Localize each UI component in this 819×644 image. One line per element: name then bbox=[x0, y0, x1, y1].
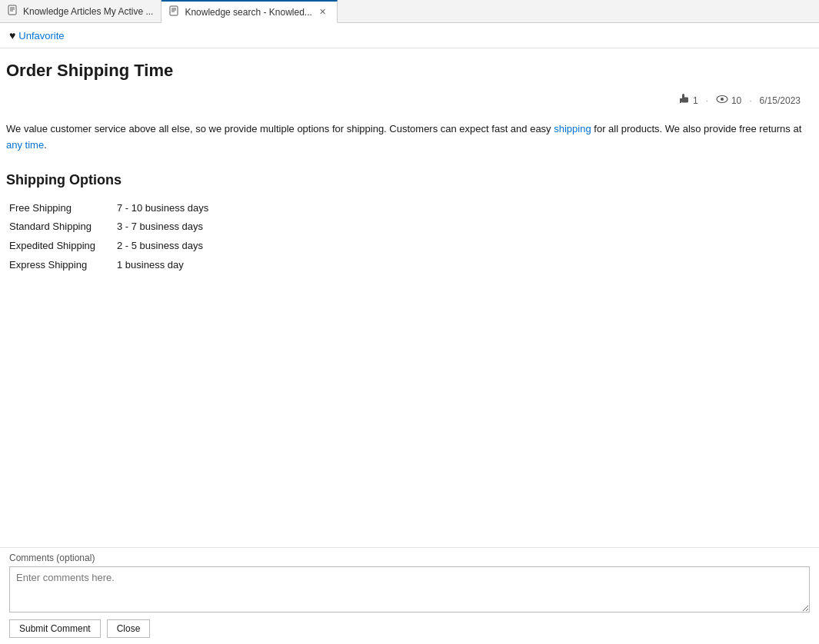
article-body: We value customer service above all else… bbox=[6, 121, 804, 154]
shipping-name-1: Standard Shipping bbox=[9, 217, 117, 237]
article-title: Order Shipping Time bbox=[6, 61, 804, 81]
tab-close-button[interactable]: ✕ bbox=[317, 6, 329, 18]
article-date: 6/15/2023 bbox=[760, 95, 801, 106]
page-icon bbox=[8, 5, 18, 18]
shipping-time-2: 2 - 5 business days bbox=[117, 237, 203, 256]
article-content: Order Shipping Time 1 · 10 · 6/15/2023 bbox=[0, 48, 819, 274]
shipping-time-1: 3 - 7 business days bbox=[117, 217, 203, 237]
svg-rect-4 bbox=[170, 6, 178, 15]
shipping-time-3: 1 business day bbox=[117, 256, 184, 275]
unfavorite-label: Unfavorite bbox=[18, 30, 64, 41]
view-value: 10 bbox=[731, 95, 741, 106]
table-row: Expedited Shipping 2 - 5 business days bbox=[9, 237, 804, 256]
any-time-link[interactable]: any time bbox=[6, 139, 44, 151]
search-tab-icon bbox=[169, 5, 180, 18]
shipping-name-0: Free Shipping bbox=[9, 199, 117, 218]
tab-bar: Knowledge Articles My Active ... Knowled… bbox=[0, 0, 819, 23]
shipping-options-table: Free Shipping 7 - 10 business days Stand… bbox=[9, 199, 804, 275]
eye-icon bbox=[716, 93, 728, 108]
tab-knowledge-search[interactable]: Knowledge search - Knowled... ✕ bbox=[161, 0, 337, 23]
dot-separator-1: · bbox=[706, 95, 708, 106]
svg-rect-0 bbox=[8, 5, 16, 15]
table-row: Standard Shipping 3 - 7 business days bbox=[9, 217, 804, 237]
unfavorite-button[interactable]: ♥ Unfavorite bbox=[9, 29, 65, 41]
like-count: 1 bbox=[678, 93, 698, 108]
like-value: 1 bbox=[693, 95, 698, 106]
tab-knowledge-articles[interactable]: Knowledge Articles My Active ... bbox=[0, 0, 161, 22]
tab2-label: Knowledge search - Knowled... bbox=[185, 7, 311, 18]
heart-icon: ♥ bbox=[9, 29, 15, 41]
shipping-name-3: Express Shipping bbox=[9, 256, 117, 275]
article-metadata: 1 · 10 · 6/15/2023 bbox=[6, 93, 804, 108]
table-row: Express Shipping 1 business day bbox=[9, 256, 804, 275]
toolbar: ♥ Unfavorite bbox=[0, 23, 819, 48]
shipping-time-0: 7 - 10 business days bbox=[117, 199, 208, 218]
table-row: Free Shipping 7 - 10 business days bbox=[9, 199, 804, 218]
dot-separator-2: · bbox=[749, 95, 751, 106]
svg-point-9 bbox=[721, 98, 724, 101]
shipping-link[interactable]: shipping bbox=[554, 123, 591, 134]
article-body-text: We value customer service above all else… bbox=[6, 121, 804, 154]
shipping-name-2: Expedited Shipping bbox=[9, 237, 117, 256]
shipping-section-title: Shipping Options bbox=[6, 172, 804, 188]
tab1-label: Knowledge Articles My Active ... bbox=[23, 6, 153, 17]
view-count: 10 bbox=[716, 93, 741, 108]
like-icon bbox=[678, 93, 690, 108]
